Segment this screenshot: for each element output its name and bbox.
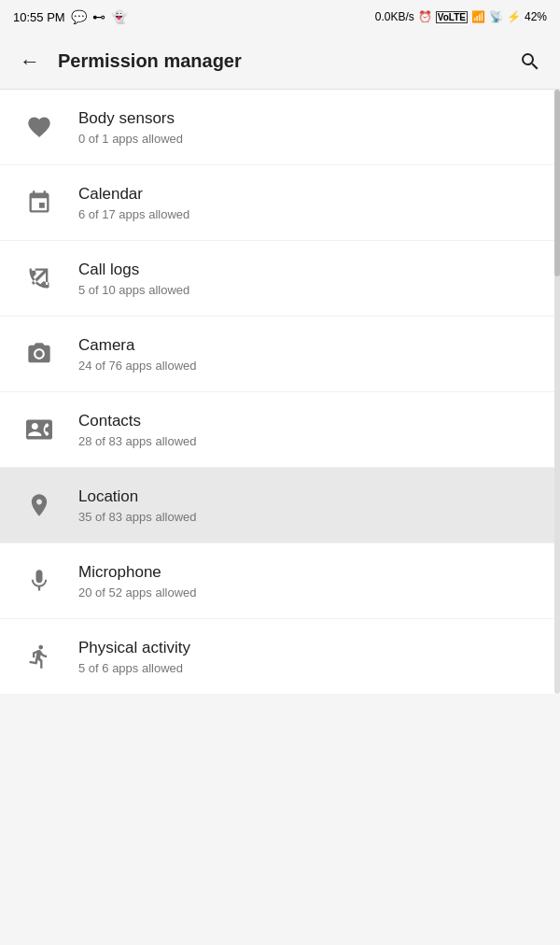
- permission-item-call-logs[interactable]: Call logs 5 of 10 apps allowed: [0, 241, 560, 317]
- contacts-name: Contacts: [78, 411, 541, 431]
- alarm-icon: ⏰: [418, 10, 432, 23]
- grid-icon: ⊷: [92, 9, 105, 24]
- permission-item-body-sensors[interactable]: Body sensors 0 of 1 apps allowed: [0, 90, 560, 165]
- camera-text: Camera 24 of 76 apps allowed: [60, 335, 541, 372]
- contacts-icon: [19, 409, 60, 450]
- calendar-name: Calendar: [78, 184, 541, 205]
- page-title: Permission manager: [50, 50, 510, 72]
- location-text: Location 35 of 83 apps allowed: [60, 487, 541, 523]
- signal-icon: 📶: [471, 10, 485, 23]
- permission-item-physical-activity[interactable]: Physical activity 5 of 6 apps allowed: [0, 619, 560, 694]
- network-speed: 0.0KB/s: [375, 10, 414, 23]
- contacts-text: Contacts 28 of 83 apps allowed: [60, 411, 541, 447]
- back-arrow-icon: ←: [20, 49, 40, 74]
- battery-level: 42%: [525, 10, 547, 23]
- status-time: 10:55 PM: [13, 10, 65, 24]
- app-bar: ← Permission manager: [0, 34, 560, 90]
- location-desc: 35 of 83 apps allowed: [78, 510, 541, 524]
- microphone-icon: [19, 560, 60, 601]
- search-button[interactable]: [510, 41, 551, 82]
- call-logs-name: Call logs: [78, 260, 541, 280]
- permission-item-calendar[interactable]: Calendar 6 of 17 apps allowed: [0, 165, 560, 241]
- permission-item-location[interactable]: Location 35 of 83 apps allowed: [0, 468, 560, 543]
- status-right: 0.0KB/s ⏰ VoLTE 📶 📡 ⚡ 42%: [375, 10, 547, 23]
- contacts-desc: 28 of 83 apps allowed: [78, 434, 541, 448]
- permission-list-container: Body sensors 0 of 1 apps allowed Calenda…: [0, 90, 560, 694]
- location-icon: [19, 485, 60, 526]
- call-logs-text: Call logs 5 of 10 apps allowed: [60, 260, 541, 296]
- body-sensors-desc: 0 of 1 apps allowed: [78, 132, 541, 146]
- camera-name: Camera: [78, 335, 541, 356]
- calendar-icon: [19, 182, 60, 223]
- physical-activity-icon: [19, 636, 60, 677]
- call-logs-icon: [19, 258, 60, 299]
- microphone-desc: 20 of 52 apps allowed: [78, 585, 541, 599]
- microphone-name: Microphone: [78, 562, 541, 583]
- status-left: 10:55 PM 💬 ⊷ 👻: [13, 9, 127, 24]
- physical-activity-text: Physical activity 5 of 6 apps allowed: [60, 638, 541, 674]
- body-sensors-name: Body sensors: [78, 108, 541, 129]
- permission-item-contacts[interactable]: Contacts 28 of 83 apps allowed: [0, 392, 560, 468]
- volte-icon: VoLTE: [436, 11, 468, 23]
- calendar-text: Calendar 6 of 17 apps allowed: [60, 184, 541, 220]
- search-icon: [519, 50, 541, 73]
- camera-desc: 24 of 76 apps allowed: [78, 359, 541, 373]
- wifi-icon: 📡: [489, 10, 503, 23]
- call-logs-desc: 5 of 10 apps allowed: [78, 283, 541, 297]
- status-bar: 10:55 PM 💬 ⊷ 👻 0.0KB/s ⏰ VoLTE 📶 📡 ⚡ 42%: [0, 0, 560, 34]
- permission-list: Body sensors 0 of 1 apps allowed Calenda…: [0, 90, 560, 694]
- location-name: Location: [78, 487, 541, 507]
- whatsapp-icon: 💬: [71, 9, 87, 24]
- microphone-text: Microphone 20 of 52 apps allowed: [60, 562, 541, 599]
- camera-icon: [19, 333, 60, 374]
- scrollbar[interactable]: [554, 90, 560, 694]
- calendar-desc: 6 of 17 apps allowed: [78, 207, 541, 221]
- battery-icon: ⚡: [507, 10, 521, 23]
- permission-item-microphone[interactable]: Microphone 20 of 52 apps allowed: [0, 543, 560, 619]
- back-button[interactable]: ←: [9, 41, 50, 82]
- physical-activity-desc: 5 of 6 apps allowed: [78, 661, 541, 675]
- body-sensors-text: Body sensors 0 of 1 apps allowed: [60, 108, 541, 145]
- permission-item-camera[interactable]: Camera 24 of 76 apps allowed: [0, 317, 560, 392]
- scrollbar-thumb[interactable]: [554, 90, 560, 276]
- body-sensors-icon: [19, 106, 60, 148]
- physical-activity-name: Physical activity: [78, 638, 541, 658]
- snapchat-icon: 👻: [111, 9, 127, 24]
